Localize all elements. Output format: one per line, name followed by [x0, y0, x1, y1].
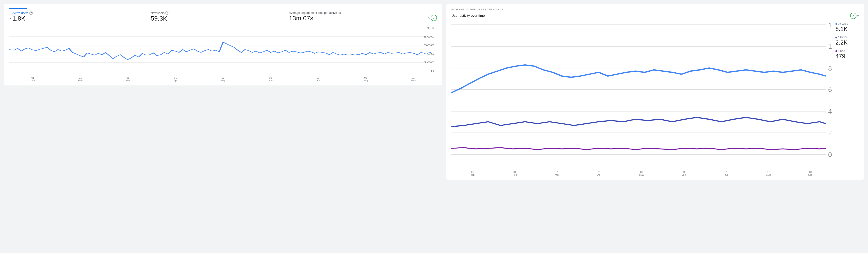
- x-label-jul: 01Jul: [294, 76, 342, 82]
- engagement-value: 13m 07s: [289, 15, 422, 22]
- left-chart-svg: 1K 800 600 400 200 0: [9, 26, 437, 75]
- svg-text:600: 600: [423, 44, 435, 46]
- active-users-value: 1.8K: [12, 15, 145, 22]
- rx-label-aug: 01Aug: [747, 171, 789, 176]
- svg-text:0: 0: [828, 151, 832, 158]
- svg-text:12K: 12K: [828, 22, 832, 29]
- rx-label-sept: 01Sept: [789, 171, 832, 176]
- x-label-feb: 01Feb: [57, 76, 104, 82]
- x-label-may: 01May: [199, 76, 247, 82]
- right-controls: ✓ ▾: [850, 13, 859, 19]
- rx-label-jan: 01Jan: [452, 171, 494, 176]
- prev-arrow[interactable]: ‹: [9, 15, 12, 21]
- right-x-axis: 01Jan 01Feb 01Mar 01Apr 01May 01Jun 01Ju…: [452, 170, 832, 176]
- svg-text:0: 0: [431, 70, 435, 72]
- left-card: ‹ Active users ? 1.8K New users ? 59.3K …: [4, 4, 442, 86]
- metric-new-users-label: New users ?: [151, 11, 284, 15]
- right-legend: 30 DAYS 8.1K 7 DAYS 2.2K 1 DAY 479: [832, 22, 859, 176]
- x-label-aug: 01Aug: [342, 76, 389, 82]
- active-users-info-icon[interactable]: ?: [29, 11, 33, 15]
- metric-new-users: New users ? 59.3K: [151, 11, 289, 22]
- new-users-value: 59.3K: [151, 15, 284, 22]
- next-arrow[interactable]: ›: [427, 15, 431, 21]
- metrics-row: Active users ? 1.8K New users ? 59.3K Av…: [12, 11, 428, 22]
- metric-engagement-label: Average engagement time per active us: [289, 11, 422, 14]
- svg-text:1K: 1K: [426, 27, 434, 29]
- legend-1day-period: 1 DAY: [835, 50, 859, 52]
- legend-1day-value: 479: [835, 53, 859, 60]
- legend-30days: 30 DAYS 8.1K: [835, 23, 859, 33]
- x-label-jan: 01Jan: [9, 76, 57, 82]
- legend-1day: 1 DAY 479: [835, 50, 859, 60]
- x-label-mar: 01Mar: [104, 76, 152, 82]
- legend-7days-value: 2.2K: [835, 39, 859, 46]
- legend-30days-value: 8.1K: [835, 26, 859, 33]
- legend-30days-period: 30 DAYS: [835, 23, 859, 25]
- svg-text:200: 200: [423, 61, 435, 64]
- legend-1day-dot: [835, 50, 837, 52]
- rx-label-feb: 01Feb: [494, 171, 536, 176]
- legend-30days-dot: [835, 23, 837, 25]
- legend-7days-period: 7 DAYS: [835, 36, 859, 39]
- x-label-sept: 01Sept: [390, 76, 437, 82]
- right-chart-svg: 12K 10K 8K 6K 4K 2K 0: [452, 22, 832, 170]
- right-body: 12K 10K 8K 6K 4K 2K 0 01Jan: [452, 22, 859, 176]
- metric-active-users: Active users ? 1.8K: [12, 11, 151, 22]
- check-icon-right: ✓: [850, 13, 857, 19]
- new-users-info-icon[interactable]: ?: [165, 11, 169, 15]
- svg-text:6K: 6K: [828, 86, 832, 93]
- check-icon-left: ✓: [431, 15, 437, 21]
- metrics-wrapper: ‹ Active users ? 1.8K New users ? 59.3K …: [9, 11, 437, 25]
- dropdown-button[interactable]: ▾: [857, 14, 859, 18]
- chart-title-row: User activity over time ✓ ▾: [452, 13, 859, 19]
- rx-label-jun: 01Jun: [663, 171, 705, 176]
- left-chart-area: 1K 800 600 400 200 0: [9, 26, 437, 75]
- legend-7days: 7 DAYS 2.2K: [835, 36, 859, 46]
- rx-label-jul: 01Jul: [705, 171, 747, 176]
- metric-active-users-label: Active users ?: [12, 11, 145, 15]
- x-label-jun: 01Jun: [247, 76, 294, 82]
- section-title: HOW ARE ACTIVE USERS TRENDING?: [452, 8, 503, 11]
- rx-label-may: 01May: [620, 171, 663, 176]
- right-chart-area: 12K 10K 8K 6K 4K 2K 0: [452, 22, 832, 170]
- svg-text:2K: 2K: [828, 129, 832, 136]
- right-header: HOW ARE ACTIVE USERS TRENDING?: [452, 8, 859, 11]
- metric-engagement: Average engagement time per active us 13…: [289, 11, 427, 22]
- rx-label-mar: 01Mar: [536, 171, 578, 176]
- chevron-down-icon: ▾: [857, 14, 859, 18]
- svg-text:800: 800: [423, 35, 435, 38]
- chart-title: User activity over time: [452, 13, 485, 18]
- left-x-axis: 01Jan 01Feb 01Mar 01Apr 01May 01Jun 01Ju…: [9, 75, 437, 82]
- x-label-apr: 01Apr: [152, 76, 199, 82]
- svg-text:8K: 8K: [828, 64, 832, 72]
- svg-text:4K: 4K: [828, 107, 832, 115]
- svg-text:10K: 10K: [828, 43, 832, 50]
- legend-7days-dot: [835, 37, 837, 38]
- right-card: HOW ARE ACTIVE USERS TRENDING? User acti…: [446, 4, 864, 180]
- rx-label-apr: 01Apr: [578, 171, 620, 176]
